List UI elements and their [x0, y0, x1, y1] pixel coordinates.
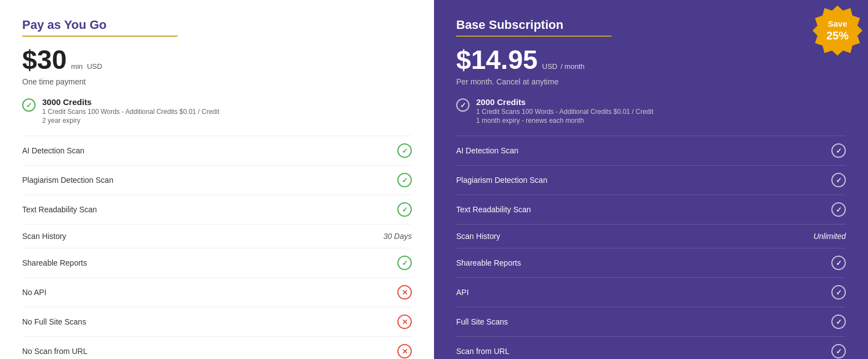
left-plan-title: Pay as You Go — [22, 18, 412, 32]
left-credits-amount: 3000 Credits — [42, 97, 219, 107]
left-feature-row: Scan History30 Days — [22, 224, 412, 248]
left-feature-label: No API — [22, 288, 47, 297]
left-feature-label: Text Readability Scan — [22, 205, 97, 214]
left-feature-label: AI Detection Scan — [22, 146, 84, 155]
right-title-underline — [456, 36, 612, 37]
right-panel: Save 25% Base Subscription $14.95 USD / … — [434, 0, 868, 359]
right-credits-amount: 2000 Credits — [476, 97, 653, 107]
right-feature-value: Unlimited — [814, 232, 846, 241]
right-feature-row: Full Site Scans — [456, 307, 846, 336]
left-feature-icon — [397, 173, 412, 187]
right-credits-detail1: 1 Credit Scans 100 Words - Additional Cr… — [476, 108, 653, 116]
left-feature-icon — [397, 344, 412, 358]
right-feature-icon — [831, 315, 846, 329]
right-plan-title: Base Subscription — [456, 18, 846, 32]
left-price-sub: One time payment — [22, 77, 412, 86]
right-feature-icon — [831, 344, 846, 358]
right-feature-label: Shareable Reports — [456, 258, 521, 267]
right-feature-icon — [831, 143, 846, 158]
right-feature-label: Text Readability Scan — [456, 205, 531, 214]
right-feature-row: Shareable Reports — [456, 248, 846, 277]
left-feature-label: Plagiarism Detection Scan — [22, 176, 113, 185]
left-feature-row: No API — [22, 277, 412, 307]
left-price-row: $30 min USD — [22, 44, 412, 75]
right-feature-label: API — [456, 288, 469, 297]
right-feature-label: Scan from URL — [456, 347, 509, 356]
left-panel: Pay as You Go $30 min USD One time payme… — [0, 0, 434, 359]
left-feature-label: Shareable Reports — [22, 258, 87, 267]
right-feature-row: API — [456, 277, 846, 307]
left-feature-row: Text Readability Scan — [22, 195, 412, 224]
right-credits-block: 2000 Credits 1 Credit Scans 100 Words - … — [456, 97, 846, 124]
right-feature-icon — [831, 202, 846, 217]
left-feature-label: No Full Site Scans — [22, 317, 86, 326]
left-feature-row: AI Detection Scan — [22, 136, 412, 165]
left-feature-row: No Scan from URL — [22, 336, 412, 359]
save-badge-line2: 25% — [826, 29, 849, 42]
left-credits-block: 3000 Credits 1 Credit Scans 100 Words - … — [22, 97, 412, 124]
left-credits-detail2: 2 year expiry — [42, 117, 219, 124]
left-feature-icon — [397, 202, 412, 217]
left-feature-label: Scan History — [22, 232, 66, 241]
right-feature-label: Full Site Scans — [456, 317, 508, 326]
left-credits-check-icon — [22, 98, 36, 112]
left-feature-icon — [397, 315, 412, 329]
left-feature-label: No Scan from URL — [22, 347, 87, 356]
left-feature-row: Plagiarism Detection Scan — [22, 165, 412, 195]
left-title-underline — [22, 36, 178, 37]
right-price-row: $14.95 USD / month — [456, 44, 846, 75]
right-feature-label: Scan History — [456, 232, 500, 241]
right-feature-row: Plagiarism Detection Scan — [456, 165, 846, 195]
left-price-amount: $30 — [22, 44, 67, 75]
left-credits-detail1: 1 Credit Scans 100 Words - Additional Cr… — [42, 108, 219, 116]
right-feature-icon — [831, 285, 846, 300]
right-credits-detail2: 1 month expiry - renews each month — [476, 117, 653, 124]
save-badge-line1: Save — [827, 19, 847, 29]
right-feature-row: Scan from URL — [456, 336, 846, 359]
left-feature-row: No Full Site Scans — [22, 307, 412, 336]
right-feature-label: Plagiarism Detection Scan — [456, 176, 547, 185]
right-feature-icon — [831, 173, 846, 187]
left-feature-icon — [397, 256, 412, 270]
left-features-list: AI Detection ScanPlagiarism Detection Sc… — [22, 136, 412, 359]
left-feature-icon — [397, 143, 412, 158]
right-features-list: AI Detection ScanPlagiarism Detection Sc… — [456, 136, 846, 359]
right-feature-row: Scan HistoryUnlimited — [456, 224, 846, 248]
left-feature-value: 30 Days — [383, 232, 412, 241]
right-feature-row: AI Detection Scan — [456, 136, 846, 165]
right-feature-row: Text Readability Scan — [456, 195, 846, 224]
right-credits-check-icon — [456, 98, 470, 112]
right-feature-icon — [831, 256, 846, 270]
right-price-amount: $14.95 — [456, 44, 538, 75]
right-price-sub: Per month. Cancel at anytime — [456, 77, 846, 86]
right-feature-label: AI Detection Scan — [456, 146, 518, 155]
left-feature-icon — [397, 285, 412, 300]
left-feature-row: Shareable Reports — [22, 248, 412, 277]
left-price-suffix: min USD — [71, 62, 102, 71]
right-price-label: USD / month — [542, 62, 584, 71]
